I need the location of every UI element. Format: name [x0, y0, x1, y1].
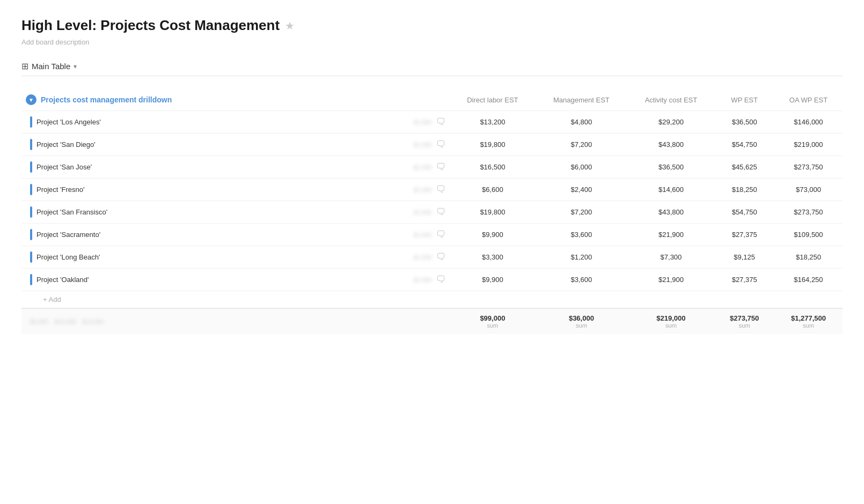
- cell-direct_labor-5: $9,900: [450, 224, 536, 246]
- cell-activity_cost-0: $29,200: [628, 111, 715, 134]
- cell-wp_est-6: $9,125: [714, 246, 774, 269]
- row-name-cell-1: Project 'San Diego' $2,000 🗨: [21, 134, 450, 156]
- comment-icon[interactable]: 🗨: [436, 206, 446, 218]
- table-row: Project 'Long Beach' $2,000 🗨 $3,300$1,2…: [21, 246, 843, 269]
- table-icon: ⊞: [21, 61, 28, 71]
- row-name: Project 'Long Beach': [36, 253, 409, 261]
- row-border: [30, 274, 32, 285]
- summary-cell-3: $273,750sum: [714, 308, 774, 334]
- cell-direct_labor-0: $13,200: [450, 111, 536, 134]
- cell-direct_labor-7: $9,900: [450, 269, 536, 291]
- row-name-cell-4: Project 'San Fransisco' $2,000 🗨: [21, 201, 450, 224]
- cell-wp_est-5: $27,375: [714, 224, 774, 246]
- cell-direct_labor-2: $16,500: [450, 156, 536, 179]
- cell-direct_labor-3: $6,600: [450, 179, 536, 201]
- cell-activity_cost-3: $14,600: [628, 179, 715, 201]
- cell-management-5: $3,600: [535, 224, 627, 246]
- cell-management-6: $1,200: [535, 246, 627, 269]
- row-border: [30, 161, 32, 173]
- summary-cell-1: $36,000sum: [535, 308, 627, 334]
- group-toggle[interactable]: ▼: [26, 94, 36, 105]
- main-table: ▼ Projects cost management drilldown Dir…: [21, 89, 843, 334]
- row-name: Project 'San Diego': [36, 140, 409, 149]
- row-name-cell-6: Project 'Long Beach' $2,000 🗨: [21, 246, 450, 269]
- comment-icon[interactable]: 🗨: [436, 274, 446, 285]
- sum-val-3: $14,000: [82, 318, 104, 325]
- summary-left-cell: $6,000 $19,000 $14,000: [21, 308, 450, 334]
- cell-management-7: $3,600: [535, 269, 627, 291]
- page-title: High Level: Projects Cost Management: [21, 17, 280, 34]
- comment-icon[interactable]: 🗨: [436, 116, 446, 128]
- add-row-label[interactable]: + Add: [21, 291, 843, 309]
- row-border: [30, 206, 32, 218]
- row-name: Project 'Fresno': [36, 186, 409, 194]
- row-badge1: $2,000: [414, 277, 432, 283]
- cell-oa_wp_est-1: $219,000: [774, 134, 843, 156]
- cell-management-3: $2,400: [535, 179, 627, 201]
- board-description[interactable]: Add board description: [21, 38, 843, 46]
- sum-label: sum: [634, 322, 708, 329]
- row-badge1: $2,000: [414, 209, 432, 216]
- cell-oa_wp_est-4: $273,750: [774, 201, 843, 224]
- row-name-cell-7: Project 'Oakland' $2,000 🗨: [21, 269, 450, 291]
- row-border: [30, 139, 32, 150]
- sum-label: sum: [541, 322, 621, 329]
- row-border: [30, 184, 32, 195]
- cell-oa_wp_est-0: $146,000: [774, 111, 843, 134]
- cell-activity_cost-1: $43,800: [628, 134, 715, 156]
- sum-label: sum: [781, 322, 836, 329]
- row-badge1: $2,000: [414, 164, 432, 171]
- col-header-wp-est: WP EST: [714, 89, 774, 111]
- table-nav: ⊞ Main Table ▾: [21, 57, 843, 76]
- chevron-down-icon[interactable]: ▾: [74, 63, 77, 70]
- table-row: Project 'San Diego' $2,000 🗨 $19,800$7,2…: [21, 134, 843, 156]
- row-name-cell-2: Project 'San Jose' $2,000 🗨: [21, 156, 450, 179]
- cell-wp_est-1: $54,750: [714, 134, 774, 156]
- row-border: [30, 229, 32, 240]
- cell-activity_cost-6: $7,300: [628, 246, 715, 269]
- row-name: Project 'San Jose': [36, 163, 409, 171]
- cell-direct_labor-6: $3,300: [450, 246, 536, 269]
- table-row: Project 'Sacramento' $2,000 🗨 $9,900$3,6…: [21, 224, 843, 246]
- comment-icon[interactable]: 🗨: [436, 251, 446, 263]
- row-name-cell-5: Project 'Sacramento' $2,000 🗨: [21, 224, 450, 246]
- sum-val-2: $19,000: [55, 318, 76, 325]
- cell-management-4: $7,200: [535, 201, 627, 224]
- comment-icon[interactable]: 🗨: [436, 161, 446, 173]
- star-icon[interactable]: ★: [285, 19, 295, 32]
- cell-wp_est-4: $54,750: [714, 201, 774, 224]
- cell-activity_cost-4: $43,800: [628, 201, 715, 224]
- row-badge1: $2,000: [414, 187, 432, 193]
- comment-icon[interactable]: 🗨: [436, 139, 446, 150]
- cell-activity_cost-7: $21,900: [628, 269, 715, 291]
- comment-icon[interactable]: 🗨: [436, 184, 446, 195]
- cell-activity_cost-2: $36,500: [628, 156, 715, 179]
- summary-cell-2: $219,000sum: [628, 308, 715, 334]
- summary-row: $6,000 $19,000 $14,000 $99,000sum$36,000…: [21, 308, 843, 334]
- cell-direct_labor-1: $19,800: [450, 134, 536, 156]
- col-header-activity-cost: Activity cost EST: [628, 89, 715, 111]
- table-row: Project 'Oakland' $2,000 🗨 $9,900$3,600$…: [21, 269, 843, 291]
- table-row: Project 'Los Angeles' $2,000 🗨 $13,200$4…: [21, 111, 843, 134]
- sum-label: sum: [721, 322, 768, 329]
- cell-management-1: $7,200: [535, 134, 627, 156]
- cell-oa_wp_est-6: $18,250: [774, 246, 843, 269]
- cell-wp_est-7: $27,375: [714, 269, 774, 291]
- page-header: High Level: Projects Cost Management ★: [21, 17, 843, 34]
- row-border: [30, 116, 32, 128]
- cell-oa_wp_est-3: $73,000: [774, 179, 843, 201]
- row-name-cell-3: Project 'Fresno' $2,000 🗨: [21, 179, 450, 201]
- row-badge1: $2,000: [414, 254, 432, 261]
- table-row: Project 'Fresno' $2,000 🗨 $6,600$2,400$1…: [21, 179, 843, 201]
- row-badge1: $2,000: [414, 232, 432, 238]
- col-header-management: Management EST: [535, 89, 627, 111]
- row-border: [30, 251, 32, 263]
- add-row[interactable]: + Add: [21, 291, 843, 309]
- cell-oa_wp_est-7: $164,250: [774, 269, 843, 291]
- cell-wp_est-3: $18,250: [714, 179, 774, 201]
- table-row: Project 'San Fransisco' $2,000 🗨 $19,800…: [21, 201, 843, 224]
- table-row: Project 'San Jose' $2,000 🗨 $16,500$6,00…: [21, 156, 843, 179]
- table-name[interactable]: Main Table: [32, 62, 70, 71]
- sum-val-1: $6,000: [30, 318, 48, 325]
- comment-icon[interactable]: 🗨: [436, 229, 446, 240]
